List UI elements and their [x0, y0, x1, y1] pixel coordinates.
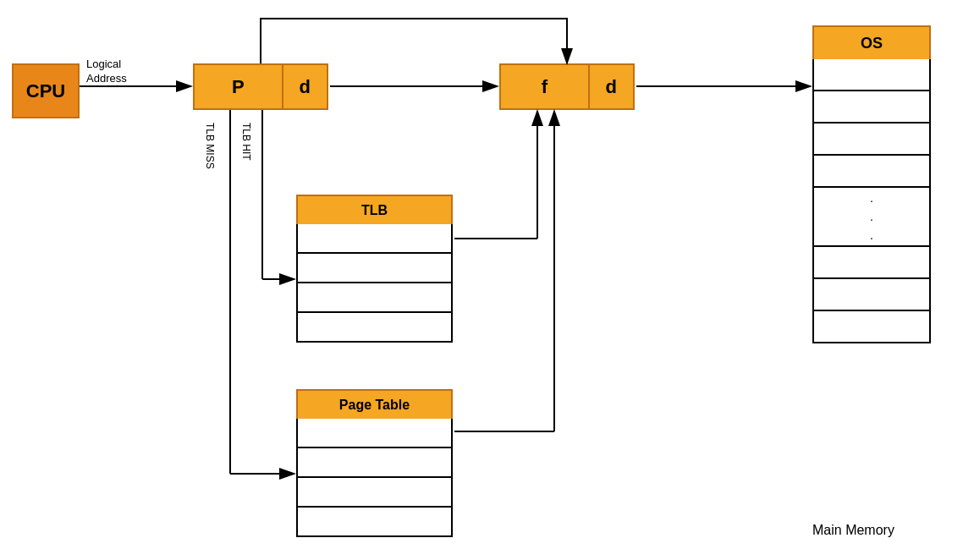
pd-p-cell: P — [195, 65, 283, 108]
fd-f-label: f — [542, 76, 548, 98]
top-feedback-arrow — [261, 19, 567, 63]
logical-address-label: LogicalAddress — [86, 58, 127, 86]
tlb-header: TLB — [296, 195, 453, 224]
tlb-row-3 — [296, 283, 453, 313]
mm-os-header: OS — [812, 25, 931, 59]
pd-box: P d — [193, 63, 328, 110]
pd-d-label: d — [300, 76, 311, 98]
tlb-table: TLB — [296, 195, 453, 343]
page-table-row-1 — [296, 419, 453, 448]
mm-row-7 — [812, 311, 931, 343]
pd-p-label: P — [232, 76, 245, 98]
tlb-row-4 — [296, 313, 453, 343]
fd-f-cell: f — [501, 65, 590, 108]
logical-address-text: LogicalAddress — [86, 58, 127, 85]
mm-row-4 — [812, 156, 931, 188]
fd-box: f d — [499, 63, 635, 110]
cpu-label: CPU — [26, 80, 65, 102]
cpu-box: CPU — [12, 63, 80, 118]
main-memory: OS . . . — [812, 25, 931, 343]
diagram: CPU LogicalAddress P d f d TLB Page — [0, 0, 974, 560]
mm-dots: . . . — [812, 188, 931, 247]
tlb-miss-label: TLB MISS — [204, 123, 216, 169]
page-table-row-2 — [296, 448, 453, 478]
mm-row-5 — [812, 247, 931, 279]
tlb-row-1 — [296, 224, 453, 254]
mm-row-6 — [812, 279, 931, 311]
fd-d-cell: d — [590, 65, 633, 108]
mm-row-3 — [812, 124, 931, 156]
page-table-row-3 — [296, 478, 453, 508]
tlb-row-2 — [296, 254, 453, 283]
mm-row-2 — [812, 91, 931, 124]
main-memory-label: Main Memory — [812, 523, 894, 538]
mm-row-1 — [812, 59, 931, 91]
page-table: Page Table — [296, 389, 453, 537]
page-table-row-4 — [296, 508, 453, 537]
page-table-header: Page Table — [296, 389, 453, 419]
pd-d-cell: d — [283, 65, 327, 108]
tlb-hit-label: TLB HIT — [240, 123, 252, 161]
fd-d-label: d — [606, 76, 617, 98]
